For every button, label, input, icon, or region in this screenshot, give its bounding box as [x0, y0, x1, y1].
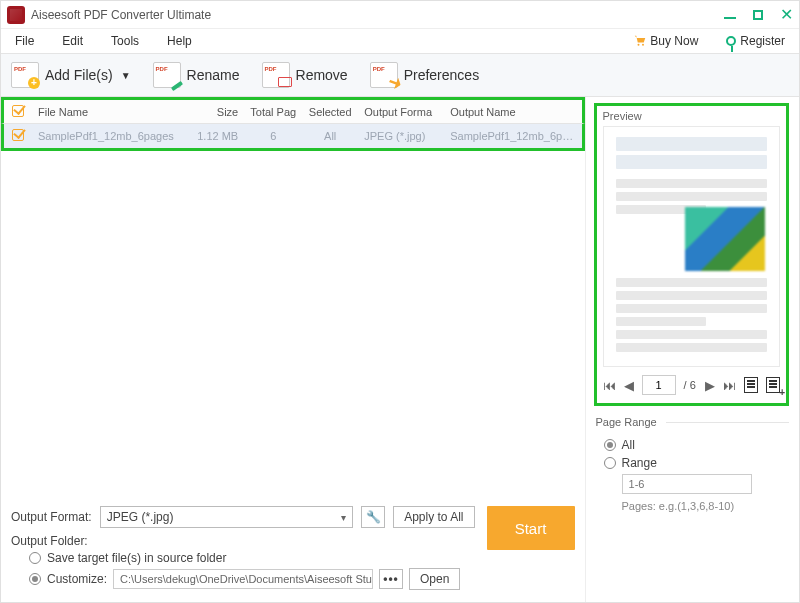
customize-label: Customize:: [47, 572, 107, 586]
chevron-down-icon: ▾: [341, 512, 346, 523]
cell-format: JPEG (*.jpg): [358, 130, 444, 142]
page-total-label: / 6: [684, 379, 696, 391]
window-controls: ✕: [723, 8, 793, 22]
add-files-button[interactable]: + Add File(s)▼: [11, 62, 131, 88]
range-custom-label: Range: [622, 456, 657, 470]
page-range-title: Page Range: [596, 416, 789, 428]
next-page-button[interactable]: ▶: [705, 378, 715, 393]
preview-panel: Preview ⏮ ◀ / 6 ▶ ⏭: [594, 103, 789, 406]
preview-nav: ⏮ ◀ / 6 ▶ ⏭: [603, 375, 780, 395]
range-hint: Pages: e.g.(1,3,6,8-10): [622, 500, 789, 512]
chevron-down-icon: ▼: [121, 70, 131, 81]
menu-file[interactable]: File: [15, 34, 34, 48]
page-number-input[interactable]: [642, 375, 676, 395]
col-output-name[interactable]: Output Name: [444, 106, 581, 118]
menu-help[interactable]: Help: [167, 34, 192, 48]
menu-edit[interactable]: Edit: [62, 34, 83, 48]
apply-to-all-button[interactable]: Apply to All: [393, 506, 474, 528]
toolbar: + Add File(s)▼ Rename Remove Preferences: [1, 53, 799, 97]
output-path-field[interactable]: C:\Users\dekug\OneDrive\Documents\Aisees…: [113, 569, 373, 589]
output-folder-label: Output Folder:: [11, 534, 475, 548]
content-area: File Name Size Total Pag Selected Output…: [1, 97, 799, 602]
last-page-button[interactable]: ⏭: [723, 378, 736, 393]
empty-area: [1, 151, 585, 500]
svg-point-0: [638, 44, 640, 46]
window-title: Aiseesoft PDF Converter Ultimate: [31, 8, 211, 22]
buy-now-link[interactable]: Buy Now: [634, 34, 698, 48]
preferences-button[interactable]: Preferences: [370, 62, 479, 88]
col-output-format[interactable]: Output Forma: [358, 106, 444, 118]
single-page-icon[interactable]: [744, 377, 758, 393]
range-input[interactable]: [622, 474, 752, 494]
format-settings-button[interactable]: 🔧: [361, 506, 385, 528]
cell-pages: 6: [244, 130, 302, 142]
wrench-icon: 🔧: [366, 510, 381, 524]
col-selected[interactable]: Selected: [302, 106, 358, 118]
browse-button[interactable]: •••: [379, 569, 403, 589]
first-page-button[interactable]: ⏮: [603, 378, 616, 393]
rename-button[interactable]: Rename: [153, 62, 240, 88]
minimize-button[interactable]: [723, 8, 737, 22]
cell-size: 1.12 MB: [190, 130, 244, 142]
preview-thumbnail-icon: [685, 207, 765, 271]
file-list-pane: File Name Size Total Pag Selected Output…: [1, 97, 586, 602]
preview-image: [603, 126, 780, 367]
preview-title: Preview: [603, 110, 780, 122]
col-total-pages[interactable]: Total Pag: [244, 106, 302, 118]
row-checkbox[interactable]: [12, 129, 24, 141]
start-button[interactable]: Start: [487, 506, 575, 550]
cell-selected: All: [302, 130, 358, 142]
cart-icon: [634, 35, 646, 47]
col-file-name[interactable]: File Name: [32, 106, 190, 118]
prev-page-button[interactable]: ◀: [624, 378, 634, 393]
save-source-label: Save target file(s) in source folder: [47, 551, 226, 565]
remove-icon: [262, 62, 290, 88]
maximize-button[interactable]: [751, 8, 765, 22]
right-pane: Preview ⏮ ◀ / 6 ▶ ⏭: [586, 97, 799, 602]
close-button[interactable]: ✕: [779, 8, 793, 22]
menu-bar: File Edit Tools Help Buy Now Register: [1, 29, 799, 53]
output-format-label: Output Format:: [11, 510, 92, 524]
cell-output: SamplePdf1_12mb_6pages: [444, 130, 581, 142]
key-icon: [726, 36, 736, 46]
table-row[interactable]: SamplePdf1_12mb_6pages 1.12 MB 6 All JPE…: [4, 124, 582, 148]
rename-icon: [153, 62, 181, 88]
app-icon: [7, 6, 25, 24]
register-link[interactable]: Register: [726, 34, 785, 48]
svg-point-1: [642, 44, 644, 46]
remove-button[interactable]: Remove: [262, 62, 348, 88]
preferences-icon: [370, 62, 398, 88]
cell-file-name: SamplePdf1_12mb_6pages: [32, 130, 190, 142]
menu-tools[interactable]: Tools: [111, 34, 139, 48]
add-page-icon[interactable]: [766, 377, 780, 393]
select-all-checkbox[interactable]: [12, 105, 24, 117]
title-bar: Aiseesoft PDF Converter Ultimate ✕: [1, 1, 799, 29]
bottom-panel: Output Format: JPEG (*.jpg)▾ 🔧 Apply to …: [1, 500, 585, 602]
table-header: File Name Size Total Pag Selected Output…: [1, 100, 585, 124]
range-all-label: All: [622, 438, 635, 452]
range-custom-radio[interactable]: [604, 457, 616, 469]
col-size[interactable]: Size: [190, 106, 244, 118]
pdf-add-icon: +: [11, 62, 39, 88]
range-all-radio[interactable]: [604, 439, 616, 451]
save-source-radio[interactable]: [29, 552, 41, 564]
customize-radio[interactable]: [29, 573, 41, 585]
open-folder-button[interactable]: Open: [409, 568, 460, 590]
output-format-select[interactable]: JPEG (*.jpg)▾: [100, 506, 353, 528]
